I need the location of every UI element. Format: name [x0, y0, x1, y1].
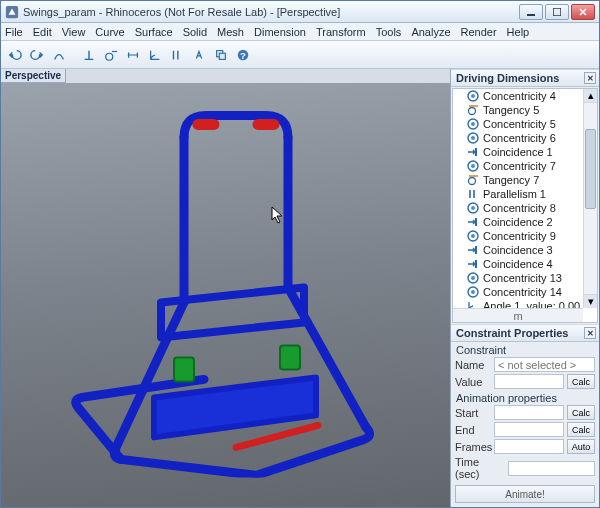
- panel-close-icon[interactable]: ✕: [584, 327, 596, 339]
- tool-parallel-icon[interactable]: [167, 45, 187, 65]
- menu-analyze[interactable]: Analyze: [411, 26, 450, 38]
- coin-icon: [467, 146, 479, 158]
- tool-text-icon[interactable]: [189, 45, 209, 65]
- scroll-up-icon[interactable]: ▴: [584, 89, 597, 103]
- dimension-item[interactable]: Concentricity 14: [453, 285, 583, 299]
- name-label: Name: [455, 359, 491, 371]
- coin-icon: [467, 244, 479, 256]
- side-panel: Driving Dimensions ✕ Concentricity 4Tang…: [451, 69, 599, 507]
- dimension-label: Angle 1, value: 0.00: [483, 300, 580, 308]
- name-field[interactable]: < not selected >: [494, 357, 595, 372]
- section-animation: Animation properties: [451, 390, 599, 404]
- svg-rect-26: [475, 246, 477, 254]
- menu-mesh[interactable]: Mesh: [217, 26, 244, 38]
- tool-copy-icon[interactable]: [211, 45, 231, 65]
- frames-label: Frames: [455, 441, 491, 453]
- section-constraint: Constraint: [451, 342, 599, 356]
- window-title: Swings_param - Rhinoceros (Not For Resal…: [23, 6, 519, 18]
- start-label: Start: [455, 407, 491, 419]
- dimension-label: Tangency 5: [483, 104, 539, 116]
- dimension-label: Concentricity 6: [483, 132, 556, 144]
- value-field[interactable]: [494, 374, 564, 389]
- svg-point-22: [471, 206, 475, 210]
- dimension-label: Concentricity 9: [483, 230, 556, 242]
- panel-close-icon[interactable]: ✕: [584, 72, 596, 84]
- calc-button[interactable]: Calc: [567, 374, 595, 389]
- maximize-button[interactable]: [545, 4, 569, 20]
- dimension-item[interactable]: Concentricity 7: [453, 159, 583, 173]
- conc-icon: [467, 230, 479, 242]
- minimize-button[interactable]: [519, 4, 543, 20]
- conc-icon: [467, 118, 479, 130]
- dimension-label: Coincidence 1: [483, 146, 553, 158]
- scroll-down-icon[interactable]: ▾: [584, 294, 597, 308]
- scroll-thumb[interactable]: [585, 129, 596, 209]
- dimension-item[interactable]: Coincidence 3: [453, 243, 583, 257]
- tool-distance-icon[interactable]: [123, 45, 143, 65]
- dimension-label: Concentricity 5: [483, 118, 556, 130]
- svg-rect-2: [553, 8, 561, 16]
- dimension-label: Coincidence 4: [483, 258, 553, 270]
- dimension-item[interactable]: Concentricity 4: [453, 89, 583, 103]
- tool-redo-icon[interactable]: [27, 45, 47, 65]
- menu-transform[interactable]: Transform: [316, 26, 366, 38]
- svg-point-14: [471, 122, 475, 126]
- dimension-item[interactable]: Coincidence 2: [453, 215, 583, 229]
- frames-field[interactable]: [494, 439, 564, 454]
- animate-button[interactable]: Animate!: [455, 485, 595, 503]
- calc-button-end[interactable]: Calc: [567, 422, 595, 437]
- tang-icon: [467, 174, 479, 186]
- scrollbar-horizontal[interactable]: m: [453, 308, 583, 322]
- svg-rect-17: [475, 148, 477, 156]
- time-label: Time (sec): [455, 456, 505, 480]
- dimension-item[interactable]: Tangency 7: [453, 173, 583, 187]
- dimension-item[interactable]: Concentricity 13: [453, 271, 583, 285]
- dimension-item[interactable]: Tangency 5: [453, 103, 583, 117]
- menu-edit[interactable]: Edit: [33, 26, 52, 38]
- dimension-label: Concentricity 7: [483, 160, 556, 172]
- viewport[interactable]: [1, 83, 450, 507]
- svg-rect-8: [174, 357, 194, 381]
- dimension-item[interactable]: Parallelism 1: [453, 187, 583, 201]
- tool-perp-icon[interactable]: [79, 45, 99, 65]
- viewport-label[interactable]: Perspective: [1, 69, 66, 83]
- tool-help-icon[interactable]: ?: [233, 45, 253, 65]
- time-field[interactable]: [508, 461, 595, 476]
- menu-solid[interactable]: Solid: [183, 26, 207, 38]
- menu-dimension[interactable]: Dimension: [254, 26, 306, 38]
- dimensions-list: Concentricity 4Tangency 5Concentricity 5…: [452, 88, 598, 323]
- dimension-item[interactable]: Coincidence 1: [453, 145, 583, 159]
- dimension-item[interactable]: Concentricity 5: [453, 117, 583, 131]
- dimension-item[interactable]: Coincidence 4: [453, 257, 583, 271]
- dimension-item[interactable]: Concentricity 9: [453, 229, 583, 243]
- menu-view[interactable]: View: [62, 26, 86, 38]
- calc-button-start[interactable]: Calc: [567, 405, 595, 420]
- tool-angle-icon[interactable]: [145, 45, 165, 65]
- svg-point-16: [471, 136, 475, 140]
- close-button[interactable]: [571, 4, 595, 20]
- panel-header-dimensions: Driving Dimensions ✕: [451, 69, 599, 87]
- menu-help[interactable]: Help: [507, 26, 530, 38]
- coin-icon: [467, 216, 479, 228]
- dimension-item[interactable]: Concentricity 6: [453, 131, 583, 145]
- dimension-item[interactable]: Angle 1, value: 0.00: [453, 299, 583, 308]
- menu-curve[interactable]: Curve: [95, 26, 124, 38]
- menu-surface[interactable]: Surface: [135, 26, 173, 38]
- tool-tangent-icon[interactable]: [101, 45, 121, 65]
- dimension-label: Parallelism 1: [483, 188, 546, 200]
- menu-tools[interactable]: Tools: [376, 26, 402, 38]
- end-field[interactable]: [494, 422, 564, 437]
- auto-button[interactable]: Auto: [567, 439, 595, 454]
- scrollbar-vertical[interactable]: ▴ ▾: [583, 89, 597, 308]
- panel-header-constraints: Constraint Properties ✕: [451, 324, 599, 342]
- menu-file[interactable]: File: [5, 26, 23, 38]
- menu-render[interactable]: Render: [461, 26, 497, 38]
- start-field[interactable]: [494, 405, 564, 420]
- tool-line-icon[interactable]: [49, 45, 69, 65]
- dimension-item[interactable]: Concentricity 8: [453, 201, 583, 215]
- angle-icon: [467, 300, 479, 308]
- tool-undo-icon[interactable]: [5, 45, 25, 65]
- dimension-label: Concentricity 8: [483, 202, 556, 214]
- svg-rect-1: [527, 14, 535, 16]
- toolbar: ?: [1, 41, 599, 69]
